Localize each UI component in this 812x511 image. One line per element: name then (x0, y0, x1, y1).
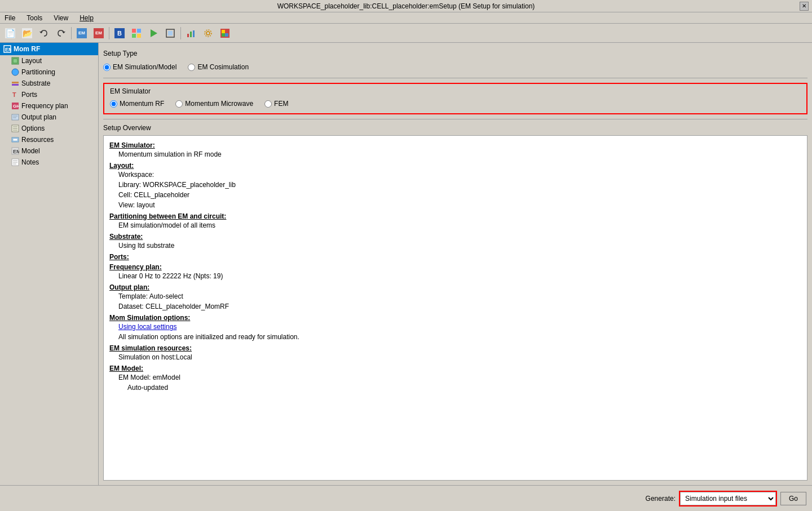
fem-option[interactable]: FEM (264, 100, 288, 108)
sidebar-item-label: Substrate (21, 79, 50, 87)
title-bar: WORKSPACE_placeholder_lib:CELL_placehold… (0, 0, 812, 12)
close-button[interactable]: ✕ (800, 2, 809, 11)
sidebar-item-label: Notes (21, 158, 39, 166)
right-panel: Setup Type EM Simulation/Model EM Cosimu… (99, 43, 812, 485)
output-plan-content: Template: Auto-select Dataset: CELL_plac… (109, 291, 801, 312)
section-em-simulator: EM Simulator: Momentum simulation in RF … (109, 141, 801, 159)
new-button[interactable]: 📄 (2, 26, 18, 41)
em-sim-option[interactable]: EM Simulation/Model (103, 63, 176, 71)
sidebar-item-model[interactable]: EM Model (0, 145, 98, 157)
em-cosim-radio[interactable] (188, 64, 195, 71)
sidebar-item-resources[interactable]: Resources (0, 134, 98, 145)
momentum-microwave-label: Momentum Microwave (185, 100, 253, 108)
em-cosim-label: EM Cosimulation (197, 63, 249, 71)
sidebar: EM Mom RF Layout Partitioning Substrate … (0, 43, 99, 485)
sidebar-item-label: Options (21, 125, 45, 132)
model-icon: EM (11, 147, 19, 155)
sidebar-item-label: Resources (21, 136, 54, 144)
chart-button[interactable] (183, 26, 199, 41)
svg-rect-3 (137, 29, 141, 33)
dataset-line: Dataset: CELL_placeholder_MomRF (118, 301, 801, 312)
mom-sim-options-content: Using local settings All simulation opti… (109, 322, 801, 342)
fem-radio[interactable] (264, 100, 272, 108)
generate-select-wrapper: Simulation input files Run simulation Cr… (679, 491, 777, 506)
box-button[interactable] (162, 26, 178, 41)
layers-button[interactable] (129, 26, 144, 41)
resources-icon (11, 136, 19, 144)
svg-rect-28 (12, 114, 19, 120)
go-button[interactable]: Go (780, 492, 806, 505)
sidebar-item-substrate[interactable]: Substrate (0, 78, 98, 89)
section-frequency-plan: Frequency plan: Linear 0 Hz to 22222 Hz … (109, 263, 801, 281)
sidebar-item-label: Frequency plan (21, 102, 68, 110)
window-title: WORKSPACE_placeholder_lib:CELL_placehold… (12, 2, 800, 10)
svg-text:GHz: GHz (13, 104, 19, 109)
momentum-microwave-option[interactable]: Momentum Microwave (175, 100, 253, 108)
sidebar-item-label: Model (21, 147, 40, 155)
svg-text:EM: EM (13, 149, 19, 154)
substrate-detail: Using ltd substrate (118, 241, 801, 251)
sidebar-item-layout[interactable]: Layout (0, 55, 98, 66)
template-line: Template: Auto-select (118, 291, 801, 301)
sidebar-item-output-plan[interactable]: Output plan (0, 112, 98, 123)
main-content: EM Mom RF Layout Partitioning Substrate … (0, 43, 812, 485)
em-model-name-line: EM Model: emModel (118, 372, 801, 383)
workspace-line: Workspace: (118, 170, 801, 180)
play-button[interactable] (145, 26, 161, 41)
ports-title: Ports: (109, 253, 129, 261)
layout-title: Layout: (109, 162, 134, 170)
substrate-content: Using ltd substrate (109, 241, 801, 251)
layout-content: Workspace: Library: WORKSPACE_placeholde… (109, 170, 801, 210)
generate-select[interactable]: Simulation input files Run simulation Cr… (680, 492, 776, 505)
sidebar-header: EM Mom RF (0, 43, 98, 55)
frequency-plan-detail: Linear 0 Hz to 22222 Hz (Npts: 19) (118, 271, 801, 281)
menu-help[interactable]: Help (77, 14, 96, 22)
svg-point-13 (205, 30, 211, 37)
view-line: View: layout (118, 200, 801, 210)
local-settings-link[interactable]: Using local settings (118, 323, 176, 331)
partitioning-icon (11, 68, 19, 76)
section-ports: Ports: (109, 253, 801, 261)
em-sim-radio[interactable] (103, 64, 111, 71)
undo-button[interactable] (36, 26, 52, 41)
setup-type-radio-group: EM Simulation/Model EM Cosimulation (103, 61, 807, 73)
toolbar-separator-1 (71, 27, 72, 39)
em2-button[interactable]: EM (91, 26, 107, 41)
sidebar-item-frequency-plan[interactable]: GHz Frequency plan (0, 100, 98, 112)
momentum-microwave-radio[interactable] (175, 100, 183, 108)
sidebar-item-notes[interactable]: Notes (0, 157, 98, 168)
redo-button[interactable] (53, 26, 69, 41)
svg-rect-2 (132, 29, 136, 33)
momentum-rf-option[interactable]: Momentum RF (110, 100, 164, 108)
em-resources-title: EM simulation resources: (109, 344, 192, 352)
layout-icon (11, 57, 19, 65)
em-simulator-content: Momentum simulation in RF mode (109, 149, 801, 159)
sidebar-item-partitioning[interactable]: Partitioning (0, 66, 98, 78)
multi-button[interactable] (217, 26, 233, 41)
setup-type-label: Setup Type (103, 50, 807, 57)
gear-button[interactable] (200, 26, 216, 41)
sidebar-item-options[interactable]: Options (0, 123, 98, 134)
menu-file[interactable]: File (2, 14, 17, 22)
toolbar-separator-3 (180, 27, 181, 39)
em1-button[interactable]: EM (74, 26, 90, 41)
momentum-rf-radio[interactable] (110, 100, 117, 108)
em-cosim-option[interactable]: EM Cosimulation (188, 63, 249, 71)
svg-rect-36 (13, 139, 17, 141)
b-button[interactable]: B (112, 26, 127, 41)
svg-text:EM: EM (5, 47, 11, 52)
menu-tools[interactable]: Tools (24, 14, 45, 22)
em-model-content: EM Model: emModel Auto-updated (109, 372, 801, 393)
svg-rect-24 (12, 84, 19, 86)
svg-rect-10 (190, 32, 192, 37)
toolbar-separator-2 (109, 27, 109, 39)
sidebar-item-ports[interactable]: T Ports (0, 89, 98, 100)
menu-view[interactable]: View (51, 14, 70, 22)
sidebar-item-label: Output plan (21, 113, 56, 121)
open-button[interactable]: 📂 (19, 26, 35, 41)
svg-point-12 (206, 32, 210, 35)
frequency-plan-icon: GHz (11, 102, 19, 110)
fem-label: FEM (274, 100, 288, 108)
section-em-resources: EM simulation resources: Simulation on h… (109, 344, 801, 362)
output-plan-icon (11, 113, 19, 121)
